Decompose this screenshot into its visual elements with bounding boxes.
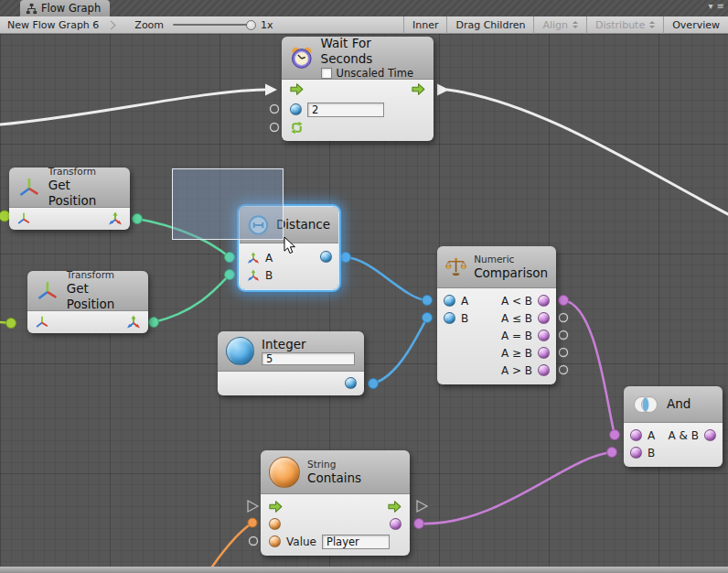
wait-loop-unconnected-port[interactable]	[271, 124, 279, 132]
bottom-edge	[0, 567, 728, 573]
comparison-a-port[interactable]	[444, 295, 455, 307]
wire-flow-in[interactable]	[0, 90, 264, 124]
input-a-label: A	[648, 429, 655, 442]
wait-seconds-unconnected-port[interactable]	[271, 105, 279, 114]
distance-b-input-dot[interactable]	[225, 270, 235, 280]
integer-icon	[226, 337, 254, 365]
contains-result-output-dot[interactable]	[414, 519, 424, 529]
distance-output-port[interactable]	[320, 251, 332, 263]
and-a-port[interactable]	[630, 429, 642, 441]
zoom-slider[interactable]	[173, 24, 252, 26]
comparison-b-input-dot[interactable]	[423, 313, 433, 323]
flow-out-arrow[interactable]	[437, 84, 449, 96]
node-get-position-top[interactable]: Transform Get Position	[9, 168, 130, 230]
input-a-label: A	[461, 295, 474, 308]
wire-distance-result[interactable]	[346, 257, 427, 300]
wire-flow-out[interactable]	[447, 90, 728, 215]
and-a-input-dot[interactable]	[610, 430, 620, 440]
loop-port-icon[interactable]	[290, 121, 304, 135]
zoom-slider-knob[interactable]	[246, 20, 256, 30]
output-greaterequal-label: A ≥ B	[444, 347, 532, 360]
get-position-top-output-dot[interactable]	[133, 214, 143, 224]
vector3-port-icon[interactable]	[247, 252, 260, 265]
contains-value-input[interactable]	[322, 535, 390, 549]
contains-target-input-dot[interactable]	[248, 518, 257, 527]
distribute-popup-arrows-icon	[649, 21, 655, 28]
comparison-lessequal-port[interactable]	[538, 312, 550, 324]
node-title: Get Position	[48, 178, 122, 209]
drag-children-button[interactable]: Drag Children	[446, 16, 533, 34]
vector3-output-port-icon[interactable]	[108, 211, 123, 226]
wire-contains-result[interactable]	[419, 452, 612, 524]
flow-in-port-icon[interactable]	[290, 82, 304, 96]
comparison-greaterequal-port[interactable]	[538, 347, 550, 359]
flow-out-port-icon[interactable]	[412, 82, 425, 96]
wire-position-b[interactable]	[154, 275, 230, 322]
input-b-label: B	[461, 312, 474, 325]
node-integer[interactable]: Integer	[218, 331, 364, 395]
comparison-greaterequal-unconnected-port[interactable]	[560, 349, 568, 357]
contains-flow-in-unconnected-arrow[interactable]	[248, 501, 258, 512]
node-subtitle: Numeric	[474, 254, 548, 265]
get-position-bottom-target-dot[interactable]	[6, 319, 16, 329]
comparison-less-port[interactable]	[538, 295, 550, 307]
flow-out-port-icon[interactable]	[388, 500, 401, 514]
vector3-output-port-icon[interactable]	[126, 315, 141, 330]
node-and[interactable]: And A A & B B	[624, 386, 723, 467]
flow-in-arrow[interactable]	[265, 84, 277, 96]
overview-button[interactable]: Overview	[663, 16, 728, 34]
comparison-less-output-dot[interactable]	[559, 296, 569, 306]
tab-dropdown-icon[interactable]: ▾	[709, 2, 713, 11]
flow-in-port-icon[interactable]	[269, 500, 283, 514]
distribute-dropdown[interactable]: Distribute	[586, 16, 663, 34]
inner-button[interactable]: Inner	[403, 16, 446, 34]
integer-value-input[interactable]	[262, 352, 355, 365]
tab-title: Flow Graph	[41, 2, 101, 15]
comparison-b-port[interactable]	[444, 312, 455, 324]
contains-value-port[interactable]	[269, 535, 281, 547]
distance-output-dot[interactable]	[341, 253, 351, 263]
comparison-equal-unconnected-port[interactable]	[560, 331, 568, 340]
integer-output-port[interactable]	[345, 377, 357, 389]
transform-target-port-icon[interactable]	[35, 315, 49, 330]
distance-a-input-dot[interactable]	[225, 253, 235, 263]
tab-flow-graph[interactable]: Flow Graph	[20, 0, 110, 16]
node-wait-for-seconds[interactable]: Wait For Seconds Unscaled Time	[282, 37, 434, 141]
comparison-lessequal-unconnected-port[interactable]	[560, 314, 568, 322]
node-string-contains[interactable]: String Contains Value	[261, 450, 410, 556]
graph-canvas[interactable]: Wait For Seconds Unscaled Time	[0, 34, 728, 567]
integer-output-dot[interactable]	[369, 379, 379, 389]
transform-icon	[17, 176, 41, 200]
align-dropdown[interactable]: Align	[533, 16, 586, 34]
wire-string-target[interactable]	[210, 523, 252, 567]
node-subtitle: Transform	[48, 166, 122, 178]
seconds-input[interactable]	[307, 103, 384, 117]
get-position-bottom-output-dot[interactable]	[149, 318, 159, 328]
node-get-position-bottom[interactable]: Transform Get Position	[27, 271, 148, 333]
contains-target-port[interactable]	[269, 518, 281, 530]
transform-target-port-icon[interactable]	[16, 211, 31, 226]
alarm-clock-icon	[290, 46, 314, 70]
contains-flow-out-unconnected-arrow[interactable]	[417, 501, 427, 512]
vector3-port-icon[interactable]	[247, 269, 260, 282]
output-label: A & B	[660, 429, 699, 442]
wire-integer-value[interactable]	[373, 318, 427, 384]
comparison-greater-port[interactable]	[538, 364, 550, 376]
seconds-port[interactable]	[290, 103, 302, 115]
and-output-port[interactable]	[704, 429, 716, 441]
selection-marquee	[172, 168, 284, 240]
unscaled-time-checkbox[interactable]	[321, 68, 332, 79]
wire-comparison-result[interactable]	[563, 300, 615, 435]
comparison-greater-unconnected-port[interactable]	[560, 366, 568, 374]
and-b-input-dot[interactable]	[607, 448, 617, 458]
comparison-a-input-dot[interactable]	[423, 296, 433, 306]
node-numeric-comparison[interactable]: Numeric Comparison A A < B B A ≤ B	[437, 246, 556, 384]
unscaled-time-label: Unscaled Time	[337, 67, 413, 80]
tab-menu-icon[interactable]: ≡	[717, 2, 724, 11]
comparison-equal-port[interactable]	[538, 330, 550, 341]
contains-result-port[interactable]	[390, 518, 401, 530]
and-b-port[interactable]	[630, 447, 642, 459]
breadcrumb-chevron-icon	[107, 20, 116, 29]
breadcrumb[interactable]: New Flow Graph 6	[0, 19, 104, 31]
contains-value-unconnected-port[interactable]	[250, 537, 258, 546]
